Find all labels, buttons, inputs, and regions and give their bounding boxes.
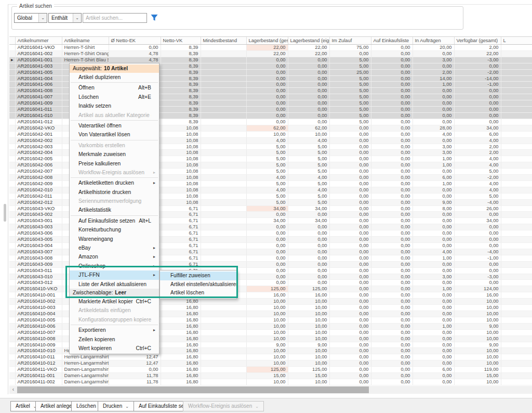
cell-verfuegbar-gesamt[interactable]: 34,00 <box>454 125 501 131</box>
cell-in-auftraegen[interactable]: 3,00 <box>413 144 454 150</box>
cell-lagerbestand-gesamt[interactable]: 10,00 <box>246 131 288 137</box>
cell-lagerbestand-eigen[interactable]: 0,00 <box>288 119 329 125</box>
cell-in-auftraegen[interactable]: 3,00 <box>413 57 454 63</box>
cell-artikelnummer[interactable]: AR2016042-005 <box>15 156 62 162</box>
cell-im-zulauf[interactable]: 0,00 <box>329 169 371 175</box>
menu-item-korrekturbuchung[interactable]: Korrekturbuchung <box>70 225 159 234</box>
cell-row-marker[interactable] <box>9 156 15 162</box>
cell-lagerbestand-eigen[interactable]: 0,00 <box>288 212 329 218</box>
cell-im-zulauf[interactable]: 0,00 <box>329 205 371 212</box>
cell-im-zulauf[interactable]: 0,00 <box>329 280 371 286</box>
cell-im-zulauf[interactable]: 0,00 <box>329 255 371 261</box>
cell-auf-einkaufsliste[interactable]: 0,00 <box>371 75 413 82</box>
cell-mindestbestand[interactable] <box>201 175 246 181</box>
cell-auf-einkaufsliste[interactable]: 0,00 <box>371 329 413 335</box>
cell-lagerbestand-eigen[interactable]: 0,00 <box>288 267 329 274</box>
cell-in-auftraegen[interactable]: 0,00 <box>413 218 454 224</box>
cell-verfuegbar-gesamt[interactable]: -1,00 <box>454 82 501 88</box>
cell-row-marker[interactable] <box>9 69 15 75</box>
cell-im-zulauf[interactable]: 75,00 <box>329 45 371 51</box>
cell-in-auftraegen[interactable]: 0,00 <box>413 373 454 379</box>
cell-auf-einkaufsliste[interactable]: 0,00 <box>371 230 413 237</box>
cell-im-zulauf[interactable]: 0,00 <box>329 224 371 230</box>
cell-verfuegbar-gesamt[interactable]: 26,00 <box>454 205 501 212</box>
cell-row-marker[interactable] <box>9 180 15 187</box>
cell-lagerbestand-eigen[interactable]: 0,00 <box>288 100 329 107</box>
cell-col-truncated[interactable] <box>501 107 532 113</box>
cell-row-marker[interactable] <box>9 169 15 175</box>
cell-lagerbestand-eigen[interactable]: 0,00 <box>288 274 329 280</box>
cell-col-truncated[interactable] <box>501 169 532 175</box>
cell-verfuegbar-gesamt[interactable]: 10,00 <box>454 348 501 354</box>
cell-mindestbestand[interactable] <box>201 137 246 144</box>
cell-verfuegbar-gesamt[interactable]: 0,00 <box>454 230 501 237</box>
cell-mindestbestand[interactable] <box>201 261 246 267</box>
menu-item-exportieren[interactable]: Exportieren▸ <box>70 326 159 334</box>
cell-netto-ek[interactable]: 0,00 <box>109 45 161 51</box>
cell-netto-ek[interactable]: 11,78 <box>109 379 161 385</box>
cell-verfuegbar-gesamt[interactable]: 9,00 <box>454 323 501 329</box>
column-header-artikelnummer[interactable]: Artikelnummer <box>15 37 62 45</box>
cell-artikelname[interactable]: Herren-Langarmshirt… <box>62 360 109 367</box>
cell-im-zulauf[interactable]: 0,00 <box>329 180 371 187</box>
cell-row-marker[interactable] <box>9 137 15 144</box>
cell-lagerbestand-eigen[interactable]: 10,00 <box>288 354 329 360</box>
cell-netto-vk[interactable]: 8,39 <box>161 75 201 82</box>
cell-lagerbestand-gesamt[interactable]: 4,00 <box>246 175 288 181</box>
cell-netto-vk[interactable]: 10,08 <box>161 156 201 162</box>
cell-netto-vk[interactable]: 16,80 <box>161 323 201 329</box>
cell-lagerbestand-gesamt[interactable]: 15,00 <box>246 373 288 379</box>
cell-artikelnummer[interactable]: AR20160410-VKO <box>15 286 62 292</box>
cell-lagerbestand-eigen[interactable]: 0,00 <box>288 237 329 243</box>
cell-artikelnummer[interactable]: AR2016042-010 <box>15 187 62 193</box>
cell-artikelnummer[interactable]: AR20160410-004 <box>15 311 62 317</box>
cell-lagerbestand-gesamt[interactable]: 0,00 <box>246 230 288 237</box>
cell-mindestbestand[interactable] <box>201 367 246 373</box>
cell-lagerbestand-eigen[interactable]: 0,00 <box>288 243 329 249</box>
cell-netto-vk[interactable]: 10,08 <box>161 187 201 193</box>
cell-auf-einkaufsliste[interactable]: 0,00 <box>371 119 413 125</box>
cell-lagerbestand-gesamt[interactable]: 5,00 <box>246 180 288 187</box>
cell-netto-vk[interactable]: 6,71 <box>161 224 201 230</box>
cell-mindestbestand[interactable] <box>201 107 246 113</box>
cell-lagerbestand-gesamt[interactable]: 0,00 <box>246 249 288 255</box>
cell-im-zulauf[interactable]: 5,00 <box>329 88 371 94</box>
cell-auf-einkaufsliste[interactable]: 0,00 <box>371 286 413 292</box>
cell-row-marker[interactable] <box>9 305 15 311</box>
cell-row-marker[interactable] <box>9 218 15 224</box>
cell-col-truncated[interactable] <box>501 100 532 107</box>
cell-row-marker[interactable] <box>9 261 15 267</box>
cell-auf-einkaufsliste[interactable]: 0,00 <box>371 63 413 69</box>
cell-col-truncated[interactable] <box>501 249 532 255</box>
cell-verfuegbar-gesamt[interactable]: 4,00 <box>454 156 501 162</box>
cell-mindestbestand[interactable] <box>201 360 246 367</box>
cell-mindestbestand[interactable] <box>201 379 246 385</box>
cell-col-truncated[interactable] <box>501 212 532 218</box>
submenu-item-artikel-einstellen-aktualisieren[interactable]: Artikel einstellen/aktualisieren <box>160 280 236 289</box>
cell-col-truncated[interactable] <box>501 119 532 125</box>
cell-verfuegbar-gesamt[interactable]: 124,00 <box>454 286 501 292</box>
cell-auf-einkaufsliste[interactable]: 0,00 <box>371 373 413 379</box>
cell-col-truncated[interactable] <box>501 274 532 280</box>
cell-row-marker[interactable] <box>9 45 15 51</box>
cell-lagerbestand-gesamt[interactable]: 0,00 <box>246 100 288 107</box>
cell-in-auftraegen[interactable]: 6,00 <box>413 367 454 373</box>
cell-lagerbestand-gesamt[interactable]: 0,00 <box>246 280 288 286</box>
cell-lagerbestand-gesamt[interactable]: 0,00 <box>246 261 288 267</box>
cell-netto-vk[interactable]: 8,39 <box>161 63 201 69</box>
cell-lagerbestand-eigen[interactable]: 62,00 <box>288 125 329 131</box>
cell-auf-einkaufsliste[interactable]: 0,00 <box>371 144 413 150</box>
cell-auf-einkaufsliste[interactable]: 0,00 <box>371 218 413 224</box>
cell-netto-vk[interactable]: 6,71 <box>161 212 201 218</box>
cell-row-marker[interactable] <box>9 299 15 305</box>
menu-item-l-schen[interactable]: LöschenAlt+E <box>70 93 159 101</box>
cell-im-zulauf[interactable]: 0,00 <box>329 243 371 249</box>
cell-lagerbestand-gesamt[interactable]: 0,00 <box>246 255 288 261</box>
cell-verfuegbar-gesamt[interactable]: 4,00 <box>454 180 501 187</box>
cell-verfuegbar-gesamt[interactable]: 0,00 <box>454 94 501 100</box>
cell-lagerbestand-eigen[interactable]: 34,00 <box>288 205 329 212</box>
cell-verfuegbar-gesamt[interactable]: 0,00 <box>454 212 501 218</box>
cell-auf-einkaufsliste[interactable]: 0,00 <box>371 112 413 119</box>
cell-netto-vk[interactable]: 16,80 <box>161 299 201 305</box>
cell-artikelname[interactable]: Herren-T-Shirt <box>62 45 109 51</box>
